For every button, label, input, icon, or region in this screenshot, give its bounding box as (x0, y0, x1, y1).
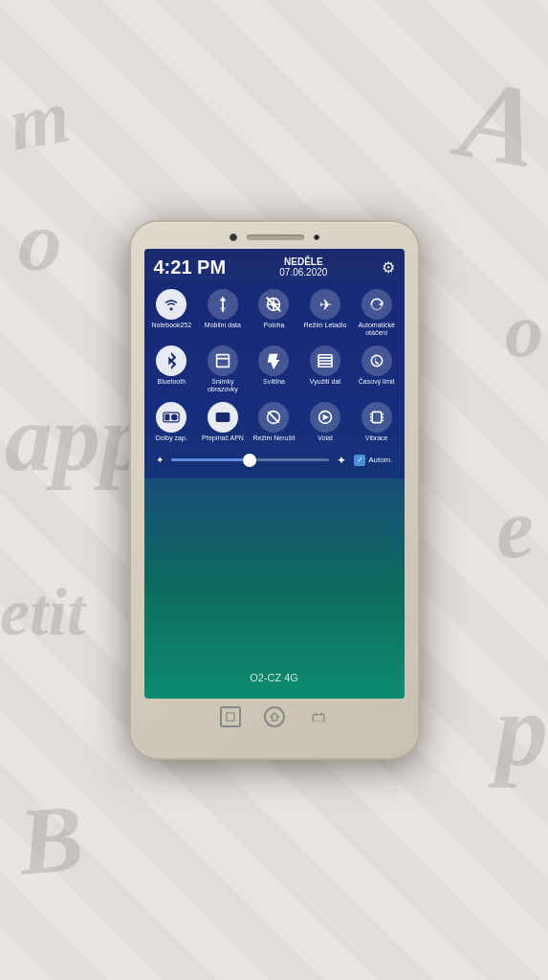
toggle-apn[interactable]: Přepínač APN (199, 402, 247, 442)
toggle-row-2: Bluetooth Snímky obrazovky (144, 342, 405, 398)
bg-decoration: m (3, 72, 77, 167)
time-display: 4:21 PM (154, 257, 227, 277)
bg-decoration: o (15, 189, 67, 292)
toggle-bluetooth[interactable]: Bluetooth (147, 345, 195, 394)
toggle-data-usage[interactable]: Využití dat (301, 345, 349, 394)
vibrate-label: Vibrace (365, 434, 388, 442)
vibrate-icon (362, 402, 392, 433)
status-bar: 4:21 PM NEDĚLE 07.06.2020 ⚙ (144, 249, 405, 281)
brightness-fill (171, 458, 251, 461)
front-camera (230, 234, 237, 241)
autorotate-label: Automatické otáčení (354, 322, 400, 338)
toggle-flashlight[interactable]: Svítilna (250, 345, 297, 394)
auto-brightness-label: Autom. (368, 456, 392, 464)
bg-decoration: app (5, 383, 148, 493)
phone-device: 4:21 PM NEDĚLE 07.06.2020 ⚙ Notebook252 (131, 222, 418, 758)
recent-button[interactable] (308, 706, 329, 727)
airplane-label: Režim Letadlo (304, 322, 347, 329)
apn-label: Přepínač APN (202, 434, 244, 442)
time-limit-label: Časový limit (359, 378, 395, 386)
toggle-airplane[interactable]: ✈ Režim Letadlo (301, 289, 349, 338)
location-label: Poloha (264, 322, 285, 329)
wifi-label: Notebook252 (151, 322, 191, 329)
date-display: 07.06.2020 (279, 267, 327, 278)
back-button[interactable] (220, 706, 241, 727)
quick-toggles-panel: Notebook252 Mobilní data (144, 281, 405, 479)
bluetooth-label: Bluetooth (158, 378, 186, 386)
svg-marker-19 (323, 413, 329, 419)
toggle-location[interactable]: Poloha (250, 289, 297, 338)
location-icon (258, 289, 289, 320)
dolby-label: Dolby zap. (156, 434, 187, 442)
screenshot-icon (208, 345, 238, 376)
svg-rect-29 (313, 715, 324, 723)
screenshot-label: Snímky obrazovky (200, 378, 246, 394)
svg-rect-14 (171, 413, 178, 420)
mobile-data-icon (208, 289, 238, 320)
toggle-volat[interactable]: Volat (301, 402, 349, 442)
wifi-icon (156, 289, 186, 320)
svg-marker-28 (270, 713, 277, 721)
bg-decoration: e (492, 477, 538, 578)
flashlight-icon (258, 345, 289, 376)
date-block: NEDĚLE 07.06.2020 (279, 256, 327, 278)
screen-bottom: O2-CZ 4G (144, 479, 405, 699)
toggle-dolby[interactable]: Dolby zap. (147, 402, 195, 442)
data-usage-icon (310, 345, 340, 376)
time-block: 4:21 PM (154, 257, 227, 277)
toggle-row-3: Dolby zap. Přepínač APN (144, 398, 405, 446)
toggle-dnd[interactable]: Režim Nerušit (250, 402, 297, 442)
mobile-data-label: Mobilní data (205, 322, 241, 329)
bg-decoration: etit (0, 574, 85, 651)
airplane-icon: ✈ (310, 289, 340, 320)
svg-rect-15 (216, 412, 230, 422)
brightness-thumb (243, 454, 256, 467)
time-limit-icon (362, 345, 392, 376)
brightness-slider[interactable] (171, 458, 330, 461)
brightness-high-icon: ✦ (337, 454, 346, 467)
settings-icon[interactable]: ⚙ (382, 258, 395, 277)
volat-label: Volat (318, 434, 333, 442)
day-name: NEDĚLE (279, 256, 327, 267)
sensor (314, 234, 319, 240)
home-button[interactable] (264, 706, 285, 727)
bg-decoration: A (451, 52, 548, 195)
toggle-autorotate[interactable]: Automatické otáčení (353, 289, 401, 338)
speaker-grille (247, 234, 304, 240)
brightness-low-icon: ✦ (156, 455, 164, 465)
toggle-row-1: Notebook252 Mobilní data (144, 285, 405, 342)
svg-line-17 (269, 412, 279, 422)
volat-icon (310, 402, 340, 433)
autorotate-icon (362, 289, 392, 320)
dnd-label: Režim Nerušit (253, 434, 296, 442)
phone-nav-buttons (139, 699, 410, 727)
toggle-screenshot[interactable]: Snímky obrazovky (199, 345, 247, 394)
bg-decoration: p (495, 670, 548, 791)
brightness-row: ✦ ✦ ✓ Autom. (144, 446, 405, 475)
dnd-icon (258, 402, 289, 433)
data-usage-label: Využití dat (310, 378, 340, 386)
svg-rect-5 (216, 354, 229, 367)
toggle-vibrate[interactable]: Vibrace (353, 402, 401, 442)
bluetooth-icon (156, 345, 186, 376)
toggle-time-limit[interactable]: Časový limit (353, 345, 401, 394)
svg-rect-27 (226, 713, 233, 721)
apn-icon (208, 402, 238, 433)
auto-brightness[interactable]: ✓ Autom. (354, 455, 392, 466)
phone-top-bar (139, 234, 410, 249)
carrier-text: O2-CZ 4G (250, 672, 298, 683)
toggle-mobile-data[interactable]: Mobilní data (199, 289, 247, 338)
auto-brightness-checkbox: ✓ (354, 455, 365, 466)
svg-marker-7 (268, 354, 280, 369)
bg-decoration: B (14, 782, 87, 897)
svg-rect-20 (372, 412, 382, 422)
dolby-icon (156, 402, 186, 433)
phone-screen: 4:21 PM NEDĚLE 07.06.2020 ⚙ Notebook252 (144, 249, 405, 699)
svg-rect-13 (165, 413, 170, 420)
bg-decoration: o (505, 287, 543, 374)
toggle-wifi[interactable]: Notebook252 (147, 289, 195, 338)
flashlight-label: Svítilna (263, 378, 285, 386)
